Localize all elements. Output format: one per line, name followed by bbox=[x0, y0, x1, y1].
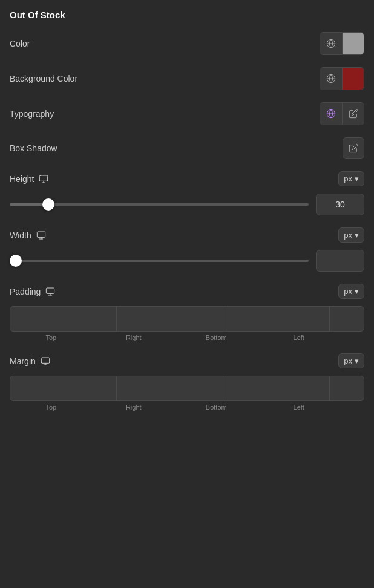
chevron-down-icon: ▾ bbox=[355, 174, 359, 183]
properties-panel: Out Of Stock Color Background Color bbox=[0, 0, 374, 433]
background-color-label: Background Color bbox=[10, 74, 77, 83]
width-slider-track[interactable] bbox=[10, 260, 309, 262]
height-input[interactable] bbox=[316, 194, 364, 215]
bg-color-combined-btn[interactable] bbox=[320, 67, 364, 90]
background-color-controls bbox=[320, 67, 364, 90]
padding-left-input[interactable] bbox=[330, 307, 364, 331]
svg-rect-15 bbox=[41, 358, 49, 363]
padding-label-text: Padding bbox=[10, 287, 41, 296]
chevron-down-icon: ▾ bbox=[355, 287, 359, 296]
background-color-label-text: Background Color bbox=[10, 74, 77, 83]
padding-section: Padding px ▾ Top Right Bottom Left bbox=[10, 284, 364, 341]
height-monitor-icon bbox=[39, 174, 48, 184]
typography-globe-btn[interactable] bbox=[320, 103, 342, 125]
bg-color-swatch-btn[interactable] bbox=[342, 68, 364, 90]
padding-bottom-input[interactable] bbox=[223, 307, 330, 331]
margin-section: Margin px ▾ Top Right Bottom Left bbox=[10, 353, 364, 411]
color-swatch-btn[interactable] bbox=[342, 33, 364, 54]
box-shadow-row: Box Shadow bbox=[10, 137, 364, 159]
padding-label: Padding bbox=[10, 287, 55, 296]
section-title: Out Of Stock bbox=[10, 10, 364, 20]
height-header: Height px ▾ bbox=[10, 171, 364, 186]
box-shadow-label: Box Shadow bbox=[10, 143, 57, 153]
padding-monitor-icon bbox=[45, 287, 55, 296]
typography-label: Typography bbox=[10, 109, 54, 119]
margin-bottom-input[interactable] bbox=[223, 376, 330, 400]
margin-right-input[interactable] bbox=[117, 376, 223, 400]
height-unit-text: px bbox=[344, 174, 352, 183]
margin-monitor-icon bbox=[41, 356, 50, 366]
padding-right-input[interactable] bbox=[117, 307, 223, 331]
edit-icon bbox=[349, 143, 358, 153]
typography-label-text: Typography bbox=[10, 109, 54, 119]
svg-rect-9 bbox=[37, 232, 45, 237]
box-shadow-label-text: Box Shadow bbox=[10, 143, 57, 153]
typography-row: Typography bbox=[10, 102, 364, 125]
width-label: Width bbox=[10, 230, 46, 240]
typography-edit-btn[interactable] bbox=[342, 103, 364, 125]
margin-header: Margin px ▾ bbox=[10, 353, 364, 368]
margin-right-label: Right bbox=[93, 403, 176, 411]
height-section: Height px ▾ bbox=[10, 171, 364, 215]
width-slider-row bbox=[10, 250, 364, 272]
margin-inputs bbox=[10, 376, 364, 401]
width-unit-text: px bbox=[344, 230, 352, 240]
box-shadow-controls bbox=[343, 137, 364, 159]
box-shadow-edit-btn[interactable] bbox=[343, 137, 364, 159]
margin-unit-text: px bbox=[344, 356, 352, 365]
padding-header: Padding px ▾ bbox=[10, 284, 364, 299]
chevron-down-icon: ▾ bbox=[355, 230, 359, 240]
margin-labels: Top Right Bottom Left bbox=[10, 403, 364, 411]
width-section: Width px ▾ bbox=[10, 227, 364, 272]
chevron-down-icon: ▾ bbox=[355, 356, 359, 365]
margin-left-input[interactable] bbox=[330, 376, 364, 400]
height-unit-dropdown[interactable]: px ▾ bbox=[338, 171, 364, 186]
padding-top-input[interactable] bbox=[10, 307, 117, 331]
margin-label-text: Margin bbox=[10, 356, 36, 366]
svg-rect-6 bbox=[40, 175, 48, 181]
width-input[interactable] bbox=[316, 250, 364, 272]
margin-top-label: Top bbox=[10, 403, 93, 411]
width-slider-thumb[interactable] bbox=[10, 255, 22, 267]
globe-icon-active bbox=[326, 109, 336, 119]
bg-color-globe-btn[interactable] bbox=[320, 68, 342, 90]
padding-inputs bbox=[10, 306, 364, 332]
height-slider-thumb[interactable] bbox=[42, 198, 54, 211]
color-label-text: Color bbox=[10, 39, 30, 48]
edit-icon bbox=[349, 109, 358, 119]
typography-combined-btn[interactable] bbox=[320, 102, 364, 125]
margin-bottom-label: Bottom bbox=[175, 403, 258, 411]
color-row: Color bbox=[10, 32, 364, 55]
color-combined-btn[interactable] bbox=[320, 32, 364, 55]
color-globe-btn[interactable] bbox=[320, 33, 342, 54]
padding-labels: Top Right Bottom Left bbox=[10, 334, 364, 341]
typography-controls bbox=[320, 102, 364, 125]
width-label-text: Width bbox=[10, 230, 31, 240]
height-slider-row bbox=[10, 194, 364, 215]
padding-left-label: Left bbox=[258, 334, 341, 341]
padding-bottom-label: Bottom bbox=[175, 334, 258, 341]
padding-unit-text: px bbox=[344, 287, 352, 296]
svg-rect-12 bbox=[47, 288, 54, 293]
color-label: Color bbox=[10, 39, 30, 48]
width-header: Width px ▾ bbox=[10, 227, 364, 243]
background-color-row: Background Color bbox=[10, 67, 364, 90]
height-label: Height bbox=[10, 174, 48, 184]
globe-icon bbox=[326, 39, 336, 48]
margin-unit-dropdown[interactable]: px ▾ bbox=[338, 353, 364, 368]
height-label-text: Height bbox=[10, 174, 34, 184]
color-controls bbox=[320, 32, 364, 55]
padding-unit-dropdown[interactable]: px ▾ bbox=[338, 284, 364, 299]
padding-top-label: Top bbox=[10, 334, 93, 341]
width-unit-dropdown[interactable]: px ▾ bbox=[338, 227, 364, 243]
margin-label: Margin bbox=[10, 356, 50, 366]
padding-right-label: Right bbox=[93, 334, 176, 341]
margin-top-input[interactable] bbox=[10, 376, 117, 400]
width-monitor-icon bbox=[36, 230, 46, 240]
margin-left-label: Left bbox=[258, 403, 341, 411]
globe-icon bbox=[326, 74, 336, 83]
height-slider-track[interactable] bbox=[10, 203, 309, 206]
